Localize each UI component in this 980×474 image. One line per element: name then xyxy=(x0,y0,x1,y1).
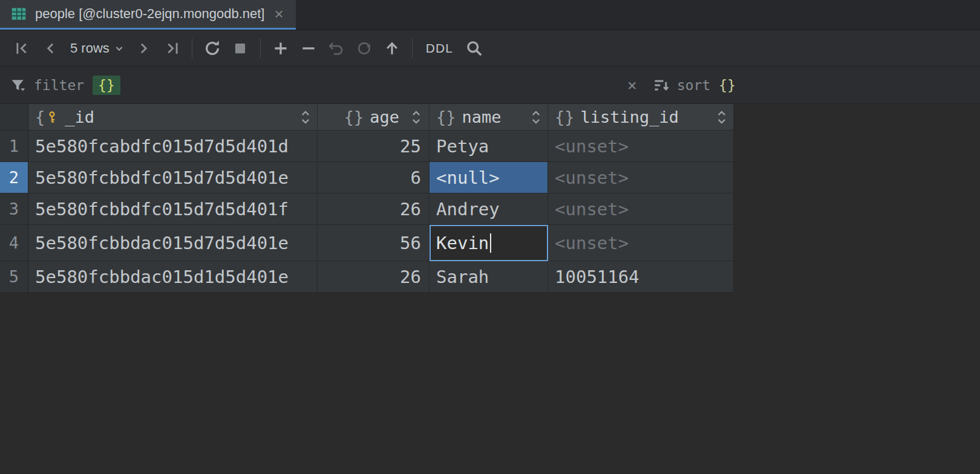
sort-arrows-icon[interactable] xyxy=(526,109,541,125)
column-header-id[interactable]: { _id xyxy=(28,104,318,131)
sort-lines-icon[interactable] xyxy=(653,77,670,94)
reload-page-icon[interactable] xyxy=(350,34,378,62)
cell-id[interactable]: 5e580fcbbdac015d1d5d401e xyxy=(28,261,318,293)
stop-icon[interactable] xyxy=(226,34,254,62)
cell-id[interactable]: 5e580fcbbdfc015d7d5d401f xyxy=(28,193,318,225)
ddl-button[interactable]: DDL xyxy=(419,34,460,62)
cell-age[interactable]: 26 xyxy=(318,193,430,225)
table-row: 5 5e580fcbbdac015d1d5d401e 26 Sarah 1005… xyxy=(0,261,734,293)
cell-id[interactable]: 5e580fcabdfc015d7d5d401d xyxy=(28,131,318,162)
table-row: 4 5e580fcbbdac015d7d5d401e 56 Kevin <uns… xyxy=(0,225,734,261)
clear-filter-icon[interactable]: × xyxy=(627,77,637,93)
toolbar-separator xyxy=(192,38,192,59)
sort-label: sort xyxy=(677,77,710,93)
text-caret xyxy=(490,233,491,253)
column-label: age xyxy=(370,108,399,126)
sort-arrows-icon[interactable] xyxy=(296,109,310,125)
data-grid: { _id {} age {} n xyxy=(0,104,734,293)
column-label: _id xyxy=(65,108,94,126)
row-number[interactable]: 3 xyxy=(0,193,28,225)
cell-age[interactable]: 25 xyxy=(318,131,430,162)
cell-name-selected[interactable]: <null> xyxy=(430,162,548,193)
delete-row-button[interactable] xyxy=(295,34,322,62)
sort-arrows-icon[interactable] xyxy=(712,109,727,125)
column-label: name xyxy=(462,108,501,126)
column-header-name[interactable]: {} name xyxy=(430,104,548,131)
cell-age[interactable]: 6 xyxy=(318,162,430,193)
cell-id[interactable]: 5e580fcbbdac015d7d5d401e xyxy=(28,225,318,261)
toolbar-separator xyxy=(412,38,413,59)
next-page-button[interactable] xyxy=(130,34,158,62)
row-number[interactable]: 4 xyxy=(0,225,28,261)
cell-listing-id[interactable]: <unset> xyxy=(548,162,734,193)
cell-listing-id[interactable]: 10051164 xyxy=(548,261,734,293)
cell-name-editing[interactable]: Kevin xyxy=(430,225,548,261)
tab-title: people [@cluster0-2ejqn.mongodb.net] xyxy=(35,6,264,22)
toolbar-separator xyxy=(260,38,261,59)
filter-sort-bar: filter {} × sort {} xyxy=(0,67,980,104)
datagrip-data-editor: people [@cluster0-2ejqn.mongodb.net] × 5… xyxy=(0,0,980,474)
cell-name[interactable]: Sarah xyxy=(430,261,548,293)
sort-criteria-input[interactable]: {} xyxy=(719,77,736,93)
submit-changes-icon[interactable] xyxy=(378,34,406,62)
sort-arrows-icon[interactable] xyxy=(407,109,421,125)
cell-age[interactable]: 26 xyxy=(318,261,430,293)
filter-label: filter xyxy=(34,77,84,93)
grid-toolbar: 5 rows DDL xyxy=(0,30,980,67)
first-page-button[interactable] xyxy=(8,34,36,62)
row-number[interactable]: 1 xyxy=(0,131,28,162)
column-header-age[interactable]: {} age xyxy=(318,104,430,131)
table-row: 2 5e580fcbbdfc015d7d5d401e 6 <null> <uns… xyxy=(0,162,734,193)
cell-age[interactable]: 56 xyxy=(318,225,430,261)
row-number-selected[interactable]: 2 xyxy=(0,162,28,193)
previous-page-button[interactable] xyxy=(36,34,64,62)
tab-people-collection[interactable]: people [@cluster0-2ejqn.mongodb.net] × xyxy=(0,0,296,30)
row-number[interactable]: 5 xyxy=(0,261,28,293)
object-key-type-icon: { xyxy=(35,108,59,126)
tab-close-icon[interactable]: × xyxy=(273,6,284,22)
column-label: listing_id xyxy=(581,108,679,126)
key-icon xyxy=(45,111,59,124)
object-type-icon: {} xyxy=(555,108,575,126)
table-row: 1 5e580fcabdfc015d7d5d401d 25 Petya <uns… xyxy=(0,131,734,162)
filter-criteria-input[interactable]: {} xyxy=(93,76,120,95)
table-header-row: { _id {} age {} n xyxy=(0,104,734,131)
revert-changes-icon[interactable] xyxy=(322,34,350,62)
cell-name[interactable]: Andrey xyxy=(430,193,548,225)
page-size-dropdown[interactable]: 5 rows xyxy=(64,34,130,62)
search-icon[interactable] xyxy=(460,34,488,62)
last-page-button[interactable] xyxy=(158,34,186,62)
table-grid-icon xyxy=(11,6,27,22)
editor-tab-bar: people [@cluster0-2ejqn.mongodb.net] × xyxy=(0,0,980,30)
cell-name[interactable]: Petya xyxy=(430,131,548,162)
corner-cell xyxy=(0,104,28,131)
table-row: 3 5e580fcbbdfc015d7d5d401f 26 Andrey <un… xyxy=(0,193,734,225)
cell-listing-id[interactable]: <unset> xyxy=(548,225,734,261)
object-type-icon: {} xyxy=(436,108,456,126)
object-type-icon: {} xyxy=(344,108,364,126)
filter-funnel-icon[interactable] xyxy=(10,77,27,94)
cell-editor-text: Kevin xyxy=(436,233,489,253)
cell-listing-id[interactable]: <unset> xyxy=(548,131,734,162)
column-header-listing-id[interactable]: {} listing_id xyxy=(548,104,734,131)
chevron-down-icon xyxy=(114,44,124,53)
cell-id[interactable]: 5e580fcbbdfc015d7d5d401e xyxy=(28,162,318,193)
add-row-button[interactable] xyxy=(267,34,295,62)
refresh-icon[interactable] xyxy=(198,34,226,62)
cell-listing-id[interactable]: <unset> xyxy=(548,193,734,225)
page-size-label: 5 rows xyxy=(70,41,109,56)
